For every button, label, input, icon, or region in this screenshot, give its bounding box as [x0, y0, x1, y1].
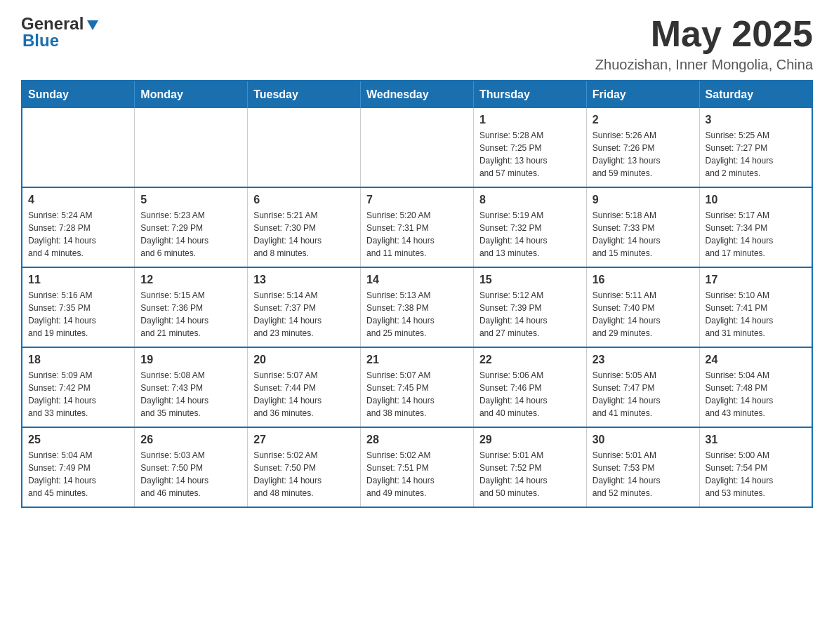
day-info: Sunrise: 5:18 AMSunset: 7:33 PMDaylight:… [593, 209, 694, 260]
day-number: 14 [366, 274, 468, 286]
calendar-header-saturday: Saturday [699, 81, 812, 108]
day-number: 30 [593, 434, 694, 446]
calendar-cell: 1Sunrise: 5:28 AMSunset: 7:25 PMDaylight… [473, 108, 586, 187]
page-header: General Blue May 2025 Zhuozishan, Inner … [21, 14, 813, 73]
calendar-header-tuesday: Tuesday [248, 81, 361, 108]
calendar-cell: 23Sunrise: 5:05 AMSunset: 7:47 PMDayligh… [586, 347, 699, 427]
calendar-header-thursday: Thursday [473, 81, 586, 108]
day-number: 3 [706, 114, 806, 126]
calendar-cell [248, 108, 361, 187]
day-number: 15 [479, 274, 581, 286]
day-number: 17 [706, 274, 806, 286]
day-info: Sunrise: 5:04 AMSunset: 7:49 PMDaylight:… [28, 449, 128, 499]
day-number: 10 [706, 194, 806, 206]
day-number: 23 [593, 354, 694, 366]
calendar-cell: 20Sunrise: 5:07 AMSunset: 7:44 PMDayligh… [248, 347, 361, 427]
day-info: Sunrise: 5:23 AMSunset: 7:29 PMDaylight:… [140, 209, 241, 260]
calendar-cell: 15Sunrise: 5:12 AMSunset: 7:39 PMDayligh… [473, 267, 586, 347]
title-block: May 2025 Zhuozishan, Inner Mongolia, Chi… [595, 14, 813, 73]
day-info: Sunrise: 5:15 AMSunset: 7:36 PMDaylight:… [140, 289, 241, 340]
day-info: Sunrise: 5:10 AMSunset: 7:41 PMDaylight:… [706, 289, 806, 340]
calendar-cell: 19Sunrise: 5:08 AMSunset: 7:43 PMDayligh… [135, 347, 248, 427]
day-number: 27 [253, 434, 355, 446]
calendar-cell: 4Sunrise: 5:24 AMSunset: 7:28 PMDaylight… [22, 187, 135, 267]
day-number: 26 [140, 434, 241, 446]
calendar-cell: 14Sunrise: 5:13 AMSunset: 7:38 PMDayligh… [361, 267, 474, 347]
calendar-cell: 27Sunrise: 5:02 AMSunset: 7:50 PMDayligh… [248, 427, 361, 507]
calendar-cell: 6Sunrise: 5:21 AMSunset: 7:30 PMDaylight… [248, 187, 361, 267]
day-info: Sunrise: 5:02 AMSunset: 7:50 PMDaylight:… [253, 449, 355, 499]
calendar-cell: 29Sunrise: 5:01 AMSunset: 7:52 PMDayligh… [473, 427, 586, 507]
day-number: 24 [706, 354, 806, 366]
day-number: 6 [253, 194, 355, 206]
calendar-cell [135, 108, 248, 187]
calendar-cell: 16Sunrise: 5:11 AMSunset: 7:40 PMDayligh… [586, 267, 699, 347]
calendar-cell: 30Sunrise: 5:01 AMSunset: 7:53 PMDayligh… [586, 427, 699, 507]
calendar-cell: 8Sunrise: 5:19 AMSunset: 7:32 PMDaylight… [473, 187, 586, 267]
calendar-cell: 26Sunrise: 5:03 AMSunset: 7:50 PMDayligh… [135, 427, 248, 507]
calendar-cell [361, 108, 474, 187]
calendar-cell: 24Sunrise: 5:04 AMSunset: 7:48 PMDayligh… [699, 347, 812, 427]
location-title: Zhuozishan, Inner Mongolia, China [595, 57, 813, 73]
day-info: Sunrise: 5:19 AMSunset: 7:32 PMDaylight:… [479, 209, 581, 260]
calendar-header-row: SundayMondayTuesdayWednesdayThursdayFrid… [22, 81, 812, 108]
calendar-cell: 21Sunrise: 5:07 AMSunset: 7:45 PMDayligh… [361, 347, 474, 427]
calendar-header-sunday: Sunday [22, 81, 135, 108]
day-number: 22 [479, 354, 581, 366]
calendar-cell [22, 108, 135, 187]
day-info: Sunrise: 5:05 AMSunset: 7:47 PMDaylight:… [593, 369, 694, 420]
day-number: 25 [28, 434, 128, 446]
calendar-cell: 3Sunrise: 5:25 AMSunset: 7:27 PMDaylight… [699, 108, 812, 187]
month-title: May 2025 [595, 14, 813, 54]
day-number: 12 [140, 274, 241, 286]
day-number: 7 [366, 194, 468, 206]
calendar-cell: 10Sunrise: 5:17 AMSunset: 7:34 PMDayligh… [699, 187, 812, 267]
day-number: 2 [593, 114, 694, 126]
calendar-week-2: 4Sunrise: 5:24 AMSunset: 7:28 PMDaylight… [22, 187, 812, 267]
calendar-cell: 25Sunrise: 5:04 AMSunset: 7:49 PMDayligh… [22, 427, 135, 507]
day-info: Sunrise: 5:28 AMSunset: 7:25 PMDaylight:… [479, 129, 581, 180]
day-info: Sunrise: 5:00 AMSunset: 7:54 PMDaylight:… [706, 449, 806, 499]
day-number: 28 [366, 434, 468, 446]
calendar-table: SundayMondayTuesdayWednesdayThursdayFrid… [21, 80, 813, 508]
logo-triangle-icon [86, 18, 100, 32]
day-number: 13 [253, 274, 355, 286]
day-info: Sunrise: 5:12 AMSunset: 7:39 PMDaylight:… [479, 289, 581, 340]
calendar-header-friday: Friday [586, 81, 699, 108]
calendar-cell: 28Sunrise: 5:02 AMSunset: 7:51 PMDayligh… [361, 427, 474, 507]
calendar-cell: 5Sunrise: 5:23 AMSunset: 7:29 PMDaylight… [135, 187, 248, 267]
day-info: Sunrise: 5:06 AMSunset: 7:46 PMDaylight:… [479, 369, 581, 420]
logo-blue-text: Blue [22, 31, 59, 51]
day-number: 8 [479, 194, 581, 206]
calendar-week-5: 25Sunrise: 5:04 AMSunset: 7:49 PMDayligh… [22, 427, 812, 507]
calendar-cell: 9Sunrise: 5:18 AMSunset: 7:33 PMDaylight… [586, 187, 699, 267]
day-info: Sunrise: 5:09 AMSunset: 7:42 PMDaylight:… [28, 369, 128, 420]
day-number: 21 [366, 354, 468, 366]
day-number: 16 [593, 274, 694, 286]
day-info: Sunrise: 5:11 AMSunset: 7:40 PMDaylight:… [593, 289, 694, 340]
day-info: Sunrise: 5:16 AMSunset: 7:35 PMDaylight:… [28, 289, 128, 340]
day-number: 1 [479, 114, 581, 126]
calendar-cell: 11Sunrise: 5:16 AMSunset: 7:35 PMDayligh… [22, 267, 135, 347]
day-info: Sunrise: 5:01 AMSunset: 7:53 PMDaylight:… [593, 449, 694, 499]
calendar-cell: 7Sunrise: 5:20 AMSunset: 7:31 PMDaylight… [361, 187, 474, 267]
day-number: 19 [140, 354, 241, 366]
day-info: Sunrise: 5:26 AMSunset: 7:26 PMDaylight:… [593, 129, 694, 180]
calendar-week-3: 11Sunrise: 5:16 AMSunset: 7:35 PMDayligh… [22, 267, 812, 347]
calendar-cell: 22Sunrise: 5:06 AMSunset: 7:46 PMDayligh… [473, 347, 586, 427]
calendar-header-monday: Monday [135, 81, 248, 108]
day-info: Sunrise: 5:07 AMSunset: 7:45 PMDaylight:… [366, 369, 468, 420]
day-number: 29 [479, 434, 581, 446]
calendar-cell: 12Sunrise: 5:15 AMSunset: 7:36 PMDayligh… [135, 267, 248, 347]
day-info: Sunrise: 5:20 AMSunset: 7:31 PMDaylight:… [366, 209, 468, 260]
day-info: Sunrise: 5:21 AMSunset: 7:30 PMDaylight:… [253, 209, 355, 260]
logo: General Blue [21, 14, 100, 51]
day-number: 11 [28, 274, 128, 286]
day-number: 4 [28, 194, 128, 206]
calendar-cell: 31Sunrise: 5:00 AMSunset: 7:54 PMDayligh… [699, 427, 812, 507]
day-info: Sunrise: 5:07 AMSunset: 7:44 PMDaylight:… [253, 369, 355, 420]
day-number: 31 [706, 434, 806, 446]
day-number: 9 [593, 194, 694, 206]
day-info: Sunrise: 5:25 AMSunset: 7:27 PMDaylight:… [706, 129, 806, 180]
calendar-week-1: 1Sunrise: 5:28 AMSunset: 7:25 PMDaylight… [22, 108, 812, 187]
